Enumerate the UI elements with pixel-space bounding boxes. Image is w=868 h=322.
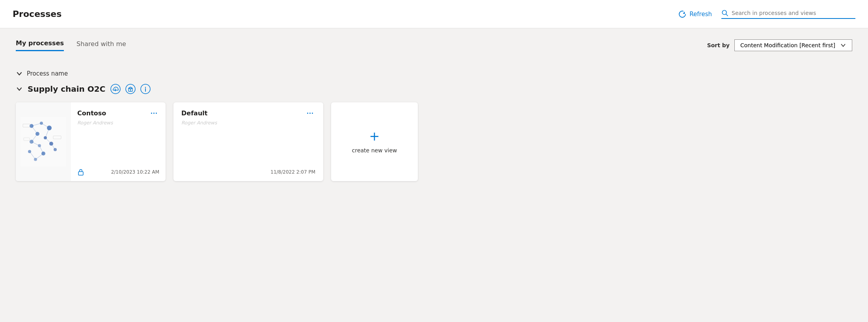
tabs: My processes Shared with me xyxy=(16,39,126,51)
create-plus-icon: + xyxy=(369,130,380,142)
section-header-process-name: Process name xyxy=(16,70,852,77)
lock-icon xyxy=(77,168,84,176)
main-content: My processes Shared with me Sort by Cont… xyxy=(0,28,868,195)
svg-line-2 xyxy=(726,14,728,16)
sort-label: Sort by xyxy=(707,42,730,48)
process-title: Supply chain O2C xyxy=(28,84,105,94)
card-footer-contoso: 2/10/2023 10:22 AM xyxy=(77,164,159,176)
header: Processes Refresh xyxy=(0,0,868,28)
box-icon xyxy=(125,83,136,94)
refresh-icon xyxy=(678,10,686,18)
svg-point-4 xyxy=(126,84,135,94)
info-icon xyxy=(140,83,151,94)
chevron-down-icon[interactable] xyxy=(16,70,23,77)
create-new-view-label: create new view xyxy=(352,147,397,154)
header-actions: Refresh xyxy=(678,9,855,19)
card-more-button-contoso[interactable]: ··· xyxy=(149,109,159,118)
tab-my-processes[interactable]: My processes xyxy=(16,39,64,51)
card-footer-default: 11/8/2022 2:07 PM xyxy=(181,165,315,175)
search-icon xyxy=(721,9,728,17)
cards-container: Contoso ··· Roger Andrews 2/10/2023 10:2… xyxy=(16,102,852,181)
refresh-label: Refresh xyxy=(689,11,712,18)
box-icon-button[interactable] xyxy=(125,83,136,94)
card-top-contoso: Contoso ··· xyxy=(77,109,159,118)
tab-shared-with-me[interactable]: Shared with me xyxy=(76,40,126,51)
cloud-icon xyxy=(110,83,121,94)
sort-select[interactable]: Content Modification [Recent first] xyxy=(734,39,852,51)
page-title: Processes xyxy=(13,9,61,19)
card-subtitle-default: Roger Andrews xyxy=(181,120,315,126)
create-new-view-button[interactable]: + create new view xyxy=(331,102,418,181)
card-more-button-default[interactable]: ··· xyxy=(305,109,315,118)
card-preview-contoso xyxy=(16,102,71,181)
card-date-contoso: 2/10/2023 10:22 AM xyxy=(111,169,159,175)
process-chevron-icon[interactable] xyxy=(16,85,23,93)
card-title-contoso: Contoso xyxy=(77,109,106,117)
card-content-contoso: Contoso ··· Roger Andrews 2/10/2023 10:2… xyxy=(71,102,166,181)
cloud-icon-button[interactable] xyxy=(110,83,121,94)
svg-point-0 xyxy=(679,11,685,17)
info-icon-button[interactable] xyxy=(140,83,151,94)
section-title-process-name: Process name xyxy=(27,70,68,77)
chevron-down-icon xyxy=(840,42,846,48)
process-section: Supply chain O2C xyxy=(16,83,852,181)
search-input[interactable] xyxy=(732,10,850,16)
sort-bar: Sort by Content Modification [Recent fir… xyxy=(707,39,852,51)
card-default: Default ··· Roger Andrews 11/8/2022 2:07… xyxy=(173,102,323,181)
card-top-default: Default ··· xyxy=(181,109,315,118)
svg-rect-39 xyxy=(78,172,83,175)
card-date-default: 11/8/2022 2:07 PM xyxy=(270,169,315,175)
refresh-button[interactable]: Refresh xyxy=(678,10,712,18)
diagram-preview xyxy=(20,116,67,167)
sort-value: Content Modification [Recent first] xyxy=(740,42,835,48)
card-title-default: Default xyxy=(181,109,207,117)
card-subtitle-contoso: Roger Andrews xyxy=(77,120,159,126)
svg-point-10 xyxy=(145,87,146,88)
process-header: Supply chain O2C xyxy=(16,83,852,94)
card-contoso: Contoso ··· Roger Andrews 2/10/2023 10:2… xyxy=(16,102,166,181)
search-container xyxy=(721,9,855,19)
process-icons xyxy=(110,83,151,94)
